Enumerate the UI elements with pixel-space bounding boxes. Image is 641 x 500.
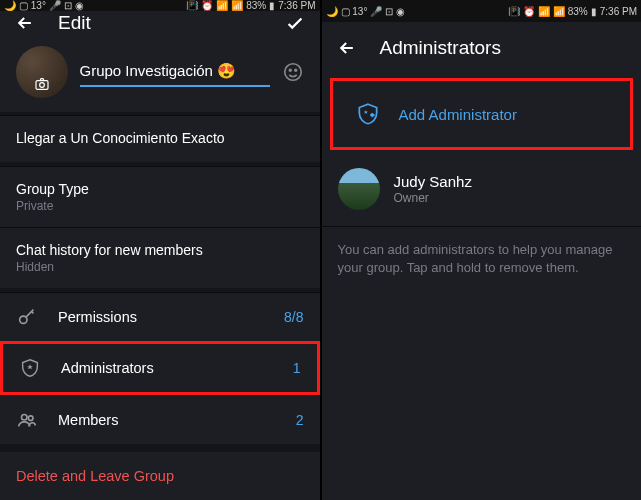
screen-title: Administrators	[380, 37, 628, 59]
svg-point-6	[22, 415, 28, 421]
group-type-row[interactable]: Group Type Private	[0, 166, 320, 227]
clock: 7:36 PM	[600, 6, 637, 17]
app-icon-2: ◉	[396, 6, 405, 17]
svg-point-7	[28, 416, 33, 421]
administrators-screen: 🌙 ▢ 13° 🎤 ⊡ ◉ 📳 ⏰ 📶 📶 83% ▮ 7:36 PM Admi…	[322, 0, 642, 500]
app-bar: Administrators	[322, 22, 642, 74]
description-row[interactable]: Llegar a Un Conocimiento Exacto	[0, 115, 320, 162]
svg-rect-0	[36, 80, 48, 89]
temp-indicator: ▢ 13°	[19, 0, 46, 11]
people-icon	[16, 409, 38, 431]
permissions-label: Permissions	[58, 309, 264, 325]
group-header	[0, 36, 320, 112]
administrators-value: 1	[293, 360, 301, 376]
emoji-button[interactable]	[282, 61, 304, 83]
status-bar: 🌙 ▢ 13° 🎤 ⊡ ◉ 📳 ⏰ 📶 📶 83% ▮ 7:36 PM	[0, 0, 320, 11]
alarm-icon: ⏰	[523, 6, 535, 17]
members-value: 2	[296, 412, 304, 428]
screen-title: Edit	[58, 12, 262, 34]
battery-icon: ▮	[269, 0, 275, 11]
battery-icon: ▮	[591, 6, 597, 17]
group-type-value: Private	[16, 199, 304, 213]
moon-icon: 🌙	[4, 0, 16, 11]
app-bar: Edit	[0, 11, 320, 36]
signal-icon: 📶	[553, 6, 565, 17]
app-icon-2: ◉	[75, 0, 84, 11]
svg-point-2	[284, 63, 301, 80]
group-avatar[interactable]	[16, 46, 68, 98]
group-name-input[interactable]	[80, 56, 270, 87]
confirm-button[interactable]	[284, 12, 306, 34]
administrators-label: Administrators	[61, 360, 273, 376]
member-name: Judy Sanhz	[394, 173, 472, 190]
battery-text: 83%	[246, 0, 266, 11]
svg-point-4	[294, 69, 296, 71]
camera-icon	[32, 76, 52, 92]
back-button[interactable]	[14, 12, 36, 34]
chat-history-label: Chat history for new members	[16, 242, 304, 258]
add-admin-label: Add Administrator	[399, 106, 517, 123]
clock: 7:36 PM	[278, 0, 315, 11]
admin-member-row[interactable]: Judy Sanhz Owner	[322, 158, 642, 220]
svg-point-1	[39, 82, 44, 87]
temp-indicator: ▢ 13°	[341, 6, 368, 17]
shield-plus-icon	[355, 101, 381, 127]
members-label: Members	[58, 412, 276, 428]
alarm-icon: ⏰	[201, 0, 213, 11]
add-administrator-button[interactable]: Add Administrator	[339, 87, 625, 141]
signal-icon: 📶	[231, 0, 243, 11]
permissions-row[interactable]: Permissions 8/8	[0, 292, 320, 341]
vibrate-icon: 📳	[508, 6, 520, 17]
wifi-icon: 📶	[538, 6, 550, 17]
svg-point-5	[20, 316, 27, 323]
permissions-value: 8/8	[284, 309, 303, 325]
back-button[interactable]	[336, 37, 358, 59]
info-text: You can add administrators to help you m…	[322, 226, 642, 291]
shield-star-icon	[19, 357, 41, 379]
svg-point-3	[289, 69, 291, 71]
administrators-row[interactable]: Administrators 1	[0, 341, 320, 395]
battery-text: 83%	[568, 6, 588, 17]
chat-history-row[interactable]: Chat history for new members Hidden	[0, 227, 320, 288]
delete-leave-button[interactable]: Delete and Leave Group	[0, 444, 320, 500]
delete-label: Delete and Leave Group	[16, 468, 174, 484]
mic-icon: 🎤	[370, 6, 382, 17]
moon-icon: 🌙	[326, 6, 338, 17]
avatar	[338, 168, 380, 210]
edit-screen: 🌙 ▢ 13° 🎤 ⊡ ◉ 📳 ⏰ 📶 📶 83% ▮ 7:36 PM Edit	[0, 0, 320, 500]
member-role: Owner	[394, 191, 472, 205]
chat-history-value: Hidden	[16, 260, 304, 274]
group-type-label: Group Type	[16, 181, 304, 197]
members-row[interactable]: Members 2	[0, 395, 320, 444]
key-icon	[16, 306, 38, 328]
description-text: Llegar a Un Conocimiento Exacto	[16, 130, 304, 146]
app-icon: ⊡	[385, 6, 393, 17]
wifi-icon: 📶	[216, 0, 228, 11]
app-icon: ⊡	[64, 0, 72, 11]
status-bar: 🌙 ▢ 13° 🎤 ⊡ ◉ 📳 ⏰ 📶 📶 83% ▮ 7:36 PM	[322, 0, 642, 22]
mic-icon: 🎤	[49, 0, 61, 11]
vibrate-icon: 📳	[186, 0, 198, 11]
